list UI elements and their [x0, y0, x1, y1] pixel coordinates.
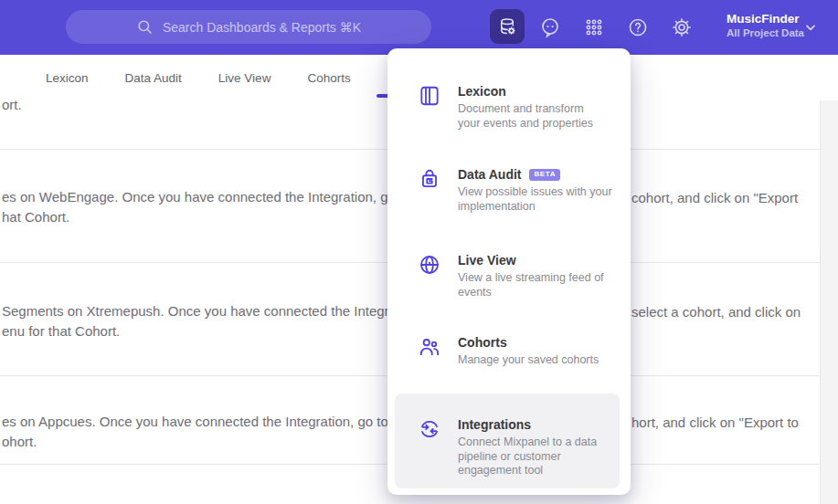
- row-appcues-line2: ohort.: [2, 432, 37, 451]
- row-xtremepush-right: select a cohort, and click on: [631, 302, 801, 321]
- menu-item-description: View a live streaming feed of events: [458, 271, 621, 299]
- beta-badge: BETA: [529, 169, 560, 181]
- menu-item-integrations[interactable]: Integrations Connect Mixpanel to a data …: [395, 394, 620, 488]
- row-xtremepush-line2: enu for that Cohort.: [2, 321, 120, 341]
- data-management-button[interactable]: [490, 9, 525, 44]
- row-appcues-right: hort, and click on "Export to: [631, 413, 799, 432]
- help-button[interactable]: [627, 16, 649, 38]
- menu-item-live-view[interactable]: Live View View a live streaming feed of …: [418, 252, 623, 299]
- menu-item-description: Manage your saved cohorts: [458, 353, 621, 368]
- menu-item-data-audit[interactable]: Data Audit BETA View possible issues wit…: [418, 166, 623, 214]
- menu-item-title: Lexicon: [458, 83, 621, 100]
- tab-cohorts[interactable]: Cohorts: [307, 71, 350, 85]
- menu-item-title: Data Audit BETA: [458, 166, 621, 183]
- search-input[interactable]: Search Dashboards & Reports ⌘K: [66, 10, 431, 44]
- app-header: Search Dashboards & Reports ⌘K: [0, 0, 838, 55]
- menu-item-integrations-content: Integrations Connect Mixpanel to a data …: [418, 416, 623, 478]
- menu-item-description: Document and transform your events and p…: [458, 102, 621, 131]
- apps-grid-button[interactable]: [583, 16, 605, 38]
- menu-item-cohorts[interactable]: Cohorts Manage your saved cohorts: [418, 334, 623, 368]
- users-icon: [418, 335, 441, 368]
- feedback-icon: [539, 16, 561, 38]
- row-appcues-line1: es on Appcues. Once you have connected t…: [2, 412, 395, 431]
- book-icon: [418, 84, 441, 131]
- menu-item-title: Integrations: [458, 416, 621, 433]
- globe-icon: [418, 253, 441, 299]
- page-gutter: [820, 100, 838, 504]
- row-webengage-right: cohort, and click on "Export: [631, 188, 798, 207]
- help-icon: [627, 16, 649, 38]
- menu-item-title: Cohorts: [458, 334, 621, 351]
- data-management-icon: [497, 16, 518, 37]
- row-xtremepush-line1: Segments on Xtremepush. Once you have co…: [2, 301, 395, 320]
- feedback-button[interactable]: [539, 16, 561, 38]
- menu-item-description: View possible issues with your implement…: [458, 185, 621, 214]
- row-webengage-line1: es on WebEngage. Once you have connected…: [2, 187, 395, 206]
- audit-lock-icon: [418, 167, 441, 214]
- tab-live-view[interactable]: Live View: [218, 71, 271, 85]
- chevron-down-icon[interactable]: [803, 20, 818, 35]
- tab-data-audit[interactable]: Data Audit: [125, 71, 182, 85]
- row-webengage-line2: hat Cohort.: [2, 207, 69, 226]
- apps-grid-icon: [583, 16, 605, 38]
- data-management-dropdown: Lexicon Document and transform your even…: [387, 48, 631, 495]
- tab-lexicon[interactable]: Lexicon: [46, 71, 89, 85]
- sync-arrows-icon: [418, 417, 441, 478]
- settings-button[interactable]: [671, 16, 693, 38]
- menu-item-lexicon[interactable]: Lexicon Document and transform your even…: [418, 83, 623, 131]
- settings-icon: [671, 16, 693, 38]
- search-placeholder: Search Dashboards & Reports ⌘K: [163, 20, 361, 35]
- menu-item-title: Live View: [458, 252, 621, 268]
- menu-item-description: Connect Mixpanel to a data pipeline or c…: [458, 436, 621, 478]
- search-icon: [136, 18, 154, 36]
